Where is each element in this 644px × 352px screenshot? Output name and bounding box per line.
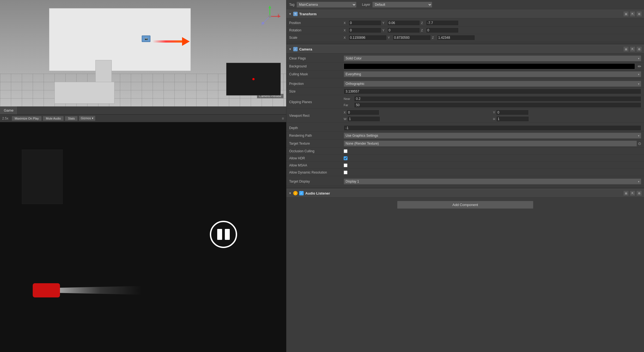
scale-y-input[interactable] (393, 35, 431, 40)
depth-label: Depth (289, 126, 344, 130)
maximize-on-play-button[interactable]: Maximize On Play (12, 116, 42, 121)
camera-expand-btn[interactable]: ⇱ (630, 46, 635, 52)
audio-listener-title: Audio Listener (305, 191, 330, 195)
game-toolbar: 2.5x Maximize On Play Mute Audio Stats G… (0, 115, 286, 122)
audio-settings-btn[interactable]: ⚙ (636, 190, 642, 196)
camera-checkbox[interactable]: ✓ (293, 47, 298, 51)
zoom-label: 2.5x (2, 117, 8, 120)
clear-flags-row: Clear Flags Solid Color ▾ (286, 55, 644, 62)
scale-z-input[interactable] (437, 35, 475, 40)
game-view: Game 2.5x Maximize On Play Mute Audio St… (0, 106, 286, 352)
transform-collapse-arrow[interactable]: ▼ (289, 12, 292, 16)
scale-x-input[interactable] (349, 35, 387, 40)
position-x-input[interactable] (349, 20, 381, 26)
add-component-button[interactable]: Add Component (397, 201, 533, 209)
occlusion-culling-checkbox[interactable] (344, 149, 347, 153)
target-texture-dropdown[interactable]: None (Render Texture) (344, 141, 637, 147)
position-y-input[interactable] (387, 20, 420, 26)
layer-select[interactable]: Default (372, 2, 432, 8)
rendering-path-row: Rendering Path Use Graphics Settings ▾ (286, 132, 644, 140)
size-input[interactable] (344, 89, 641, 94)
audio-collapse-arrow[interactable]: ▼ (289, 192, 292, 195)
camera-preset-btn[interactable]: ⊞ (623, 46, 629, 52)
near-input[interactable] (354, 96, 641, 102)
flashlight-body (33, 283, 60, 297)
game-tab[interactable]: Game (0, 106, 17, 114)
camera-title: Camera (299, 47, 312, 51)
rotation-y-label: Y (382, 29, 386, 32)
clear-flags-label: Clear Flags (289, 56, 344, 60)
transform-preset-btn[interactable]: ⊞ (623, 11, 629, 17)
transform-icon: ⟲ (293, 12, 298, 16)
mute-audio-button[interactable]: Mute Audio (43, 116, 64, 121)
background-color-swatch[interactable] (344, 63, 635, 69)
scale-row: Scale X Y Z (286, 34, 644, 41)
transform-tools: ⊞ ⇱ ⚙ (623, 11, 642, 17)
camera-obj[interactable]: 📷 (142, 35, 150, 42)
camera-preview-viewport (226, 63, 281, 96)
culling-mask-row: Culling Mask Everything ▾ (286, 70, 644, 78)
camera-body: Clear Flags Solid Color ▾ Background ✏ C… (286, 53, 644, 187)
culling-mask-dropdown[interactable]: Everything ▾ (344, 71, 641, 77)
svg-point-6 (268, 15, 271, 18)
projection-arrow: ▾ (638, 82, 639, 85)
far-input[interactable] (354, 102, 641, 108)
viewport-h-input[interactable] (496, 116, 529, 122)
depth-field (344, 125, 641, 131)
transform-expand-btn[interactable]: ⇱ (630, 11, 635, 17)
furniture-silhouette (22, 150, 63, 204)
allow-hdr-field (344, 156, 641, 160)
target-texture-value: None (Render Texture) (346, 142, 379, 145)
culling-mask-value: Everything (346, 72, 361, 76)
camera-collapse-arrow[interactable]: ▼ (289, 47, 292, 51)
rendering-path-dropdown[interactable]: Use Graphics Settings ▾ (344, 133, 641, 139)
depth-input[interactable] (344, 125, 641, 131)
size-row: Size (286, 88, 644, 95)
target-display-dropdown[interactable]: Display 1 ▾ (344, 178, 641, 184)
flashlight-object (33, 283, 60, 297)
flashlight-beam (60, 286, 142, 295)
viewport-rect-label: Viewport Rect (289, 114, 344, 118)
gizmos-button[interactable]: Gizmos ▾ (79, 116, 95, 121)
allow-hdr-checkbox[interactable] (344, 156, 347, 160)
allow-dynamic-resolution-field (344, 171, 641, 174)
scene-wall-object (49, 8, 191, 71)
projection-label: Projection (289, 82, 344, 86)
scale-x-label: X (344, 36, 347, 39)
target-texture-pick-btn[interactable]: ⊙ (638, 141, 641, 146)
clear-flags-dropdown[interactable]: Solid Color ▾ (344, 55, 641, 61)
camera-settings-btn[interactable]: ⚙ (636, 46, 642, 52)
clipping-planes-label: Clipping Planes (289, 100, 344, 104)
left-panel: 📷 Persp X Y (0, 0, 286, 352)
rotation-x-input[interactable] (349, 28, 381, 33)
viewport-w-input[interactable] (347, 116, 380, 122)
stats-button[interactable]: Stats (65, 116, 78, 121)
viewport-x-input[interactable] (347, 110, 379, 115)
rotation-row: Rotation X Y Z (286, 27, 644, 34)
allow-msaa-checkbox[interactable] (344, 163, 347, 167)
audio-checkbox[interactable]: ✓ (299, 191, 304, 195)
position-z-input[interactable] (426, 20, 459, 26)
color-picker-icon[interactable]: ✏ (638, 64, 641, 69)
position-row: Position X Y Z (286, 19, 644, 27)
audio-preset-btn[interactable]: ⊞ (623, 190, 629, 196)
tag-select[interactable]: MainCamera (297, 2, 356, 8)
gizmo-axes: X Y Z (259, 5, 281, 27)
rotation-z-label: Z (421, 29, 425, 32)
allow-msaa-row: Allow MSAA (286, 162, 644, 169)
viewport-y-input[interactable] (496, 110, 529, 115)
clear-flags-arrow: ▾ (638, 57, 639, 60)
target-texture-label: Target Texture (289, 142, 344, 145)
inspector-panel: Tag MainCamera Layer Default ▼ ⟲ Transfo… (286, 0, 644, 352)
transform-settings-btn[interactable]: ⚙ (636, 11, 642, 17)
rotation-z-input[interactable] (426, 28, 459, 33)
rotation-y-input[interactable] (387, 28, 420, 33)
pause-icon (210, 221, 237, 248)
target-display-arrow: ▾ (638, 180, 639, 183)
audio-expand-btn[interactable]: ⇱ (630, 190, 635, 196)
svg-text:X: X (277, 13, 280, 16)
camera-section-header: ▼ ✓ Camera ⊞ ⇱ ⚙ (286, 45, 644, 53)
projection-dropdown[interactable]: Orthographic ▾ (344, 81, 641, 87)
allow-dynamic-resolution-checkbox[interactable] (344, 171, 347, 174)
depth-row: Depth (286, 124, 644, 132)
